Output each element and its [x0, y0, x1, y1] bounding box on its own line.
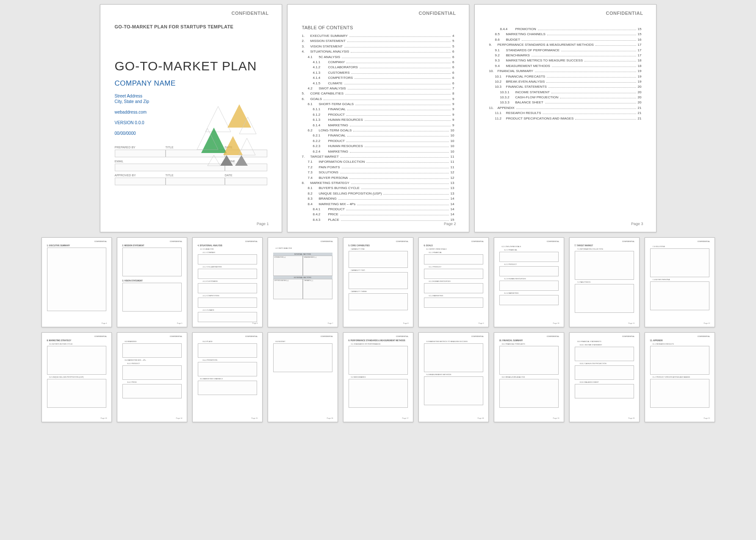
toc-entry: 6.2.3HUMAN RESOURCES10 [302, 144, 454, 149]
page-number: Page 2 [444, 222, 456, 226]
page-19: CONFIDENTIAL 10. FINANCIAL SUMMARY 10.1 … [494, 332, 564, 422]
toc-entry: 8.1BUYER'S BUYING CYCLE13 [302, 186, 454, 191]
toc-entry: 5.CORE CAPABILITIES8 [302, 91, 454, 96]
page-9: CONFIDENTIAL 6. GOALS 6.1 SHORT-TERM GOA… [418, 237, 489, 327]
toc-entry: 6.2.4MARKETING10 [302, 149, 454, 154]
page-13: CONFIDENTIAL 8. MARKETING STRATEGY 8.1 B… [42, 332, 112, 422]
cover-subtitle: GO-TO-MARKET PLAN FOR STARTUPS TEMPLATE [115, 24, 267, 29]
toc-entry: 3.VISION STATEMENT5 [302, 44, 454, 49]
page-15: CONFIDENTIAL 8.4.3 PLACE 8.4.4 PROMOTION… [192, 332, 263, 422]
toc-entry: 7.1INFORMATION COLLECTION11 [302, 159, 454, 164]
toc-page2-list: 1.EXECUTIVE SUMMARY42.MISSION STATEMENT5… [302, 33, 454, 223]
page-3-toc: CONFIDENTIAL 8.4.4PROMOTION158.5MARKETIN… [474, 4, 656, 232]
toc-entry: 6.1SHORT-TERM GOALS9 [302, 102, 454, 107]
toc-entry: 8.5MARKETING CHANNELS15 [489, 32, 642, 37]
svg-marker-8 [235, 155, 248, 166]
toc-entry: 6.GOALS9 [302, 97, 454, 102]
svg-marker-9 [208, 155, 220, 166]
toc-title: TABLE OF CONTENTS [302, 25, 454, 30]
page-20: CONFIDENTIAL 10.3 FINANCIAL STATEMENTS 1… [569, 332, 640, 422]
toc-entry: 6.1.4MARKETING9 [302, 123, 454, 128]
toc-entry: 8.2UNIQUE SELLING PROPOSITION (USP)13 [302, 191, 454, 196]
cover-street: Street Address [115, 94, 267, 98]
page-1-cover: CONFIDENTIAL GO-TO-MARKET PLAN FOR START… [100, 4, 282, 232]
row-thumbs-2: CONFIDENTIAL 8. MARKETING STRATEGY 8.1 B… [4, 332, 752, 422]
toc-entry: 6.2LONG-TERM GOALS10 [302, 128, 454, 133]
toc-entry: 10.3FINANCIAL STATEMENTS20 [489, 84, 642, 89]
page-2-toc: CONFIDENTIAL TABLE OF CONTENTS 1.EXECUTI… [287, 4, 469, 232]
confidential-label: CONFIDENTIAL [232, 11, 269, 16]
toc-entry: 4.1.1COMPANY6 [302, 60, 454, 65]
form-approved-by: APPROVED BY [115, 174, 166, 185]
toc-entry: 8.3BRANDING14 [302, 196, 454, 201]
form-title-2: TITLE [166, 174, 225, 185]
svg-marker-7 [220, 155, 233, 166]
page-7: CONFIDENTIAL 4.2 SWOT ANALYSIS INTERNAL … [268, 237, 338, 327]
page-4: CONFIDENTIAL 1. EXECUTIVE SUMMARY Page 4 [42, 237, 112, 327]
confidential-label: CONFIDENTIAL [419, 11, 456, 16]
toc-entry: 10.FINANCIAL SUMMARY19 [489, 69, 642, 74]
toc-entry: 8.4MARKETING MIX – 4Ps14 [302, 202, 454, 207]
toc-entry: 2.MISSION STATEMENT5 [302, 39, 454, 44]
toc-entry: 10.3.1INCOME STATEMENT20 [489, 90, 642, 95]
confidential-label: CONFIDENTIAL [606, 11, 643, 16]
row-thumbs-1: CONFIDENTIAL 1. EXECUTIVE SUMMARY Page 4… [4, 237, 752, 327]
toc-entry: 4.1.4COMPETITORS6 [302, 75, 454, 81]
toc-entry: 8.4.2PRICE14 [302, 212, 454, 217]
toc-entry: 10.2BREAK-EVEN ANALYSIS19 [489, 79, 642, 84]
svg-marker-0 [205, 106, 231, 132]
toc-entry: 9.1STANDARDS OF PERFORMANCE17 [489, 48, 642, 53]
toc-entry: 6.2.2PRODUCT10 [302, 139, 454, 144]
page-8: CONFIDENTIAL 5. CORE CAPABILITIES CAPABI… [343, 237, 413, 327]
cover-triangle-graphic [193, 102, 265, 174]
toc-entry: 9.PERFORMANCE STANDARDS & MEASUREMENT ME… [489, 42, 642, 47]
svg-marker-1 [227, 104, 251, 128]
toc-entry: 8.6BUDGET16 [489, 37, 642, 42]
page-14: CONFIDENTIAL 8.3 BRANDING 8.4 MARKETING … [117, 332, 187, 422]
toc-entry: 4.SITUATIONAL ANALYSIS6 [302, 49, 454, 54]
toc-entry: 9.3MARKETING METRICS TO MEASURE SUCCESS1… [489, 58, 642, 63]
page-21: CONFIDENTIAL 11. APPENDIX 11.1 RESEARCH … [645, 332, 715, 422]
toc-entry: 7.TARGET MARKET11 [302, 154, 454, 159]
toc-entry: 6.2.1FINANCIAL10 [302, 133, 454, 138]
toc-entry: 11.2PRODUCT SPECIFICATIONS AND IMAGES21 [489, 116, 642, 121]
toc-entry: 4.1.2COLLABORATORS6 [302, 65, 454, 70]
row-large-pages: CONFIDENTIAL GO-TO-MARKET PLAN FOR START… [4, 4, 752, 232]
toc-entry: 4.15C ANALYSIS6 [302, 55, 454, 60]
page-5: CONFIDENTIAL 2. MISSION STATEMENT 3. VIS… [117, 237, 187, 327]
page-number: Page 3 [631, 222, 643, 226]
page-11: CONFIDENTIAL 7. TARGET MARKET 7.1 INFORM… [569, 237, 640, 327]
toc-entry: 1.EXECUTIVE SUMMARY4 [302, 33, 454, 39]
toc-entry: 9.4MEASUREMENT METHODS18 [489, 64, 642, 69]
toc-entry: 8.MARKETING STRATEGY13 [302, 181, 454, 186]
toc-entry: 9.2BENCHMARKS17 [489, 53, 642, 58]
page-16: CONFIDENTIAL 8.6 BUDGET Page 16 [268, 332, 338, 422]
page-10: CONFIDENTIAL 6.2 LONG-TERM GOALS 6.2.1 F… [494, 237, 564, 327]
toc-entry: 7.3SOLUTIONS12 [302, 170, 454, 175]
toc-entry: 11.1RESEARCH RESULTS21 [489, 111, 642, 116]
toc-entry: 10.3.3BALANCE SHEET20 [489, 100, 642, 105]
toc-entry: 4.1.5CLIMATE6 [302, 81, 454, 86]
page-6: CONFIDENTIAL 4. SITUATIONAL ANALYSIS 4.1… [192, 237, 263, 327]
toc-entry: 4.1.3CUSTOMERS6 [302, 70, 454, 75]
toc-entry: 11.APPENDIX21 [489, 106, 642, 111]
svg-marker-3 [201, 128, 227, 153]
toc-entry: 6.1.2PRODUCT9 [302, 112, 454, 117]
toc-entry: 6.1.3HUMAN RESOURCES9 [302, 117, 454, 122]
page-12: CONFIDENTIAL 7.3 SOLUTIONS 7.4 BUYER PER… [645, 237, 715, 327]
form-prepared-by: PREPARED BY [115, 146, 166, 157]
page-17: CONFIDENTIAL 9. PERFORMANCE STANDARDS & … [343, 332, 413, 422]
page-18: CONFIDENTIAL 9.3 MARKETING METRICS TO ME… [418, 332, 489, 422]
toc-entry: 7.4BUYER PERSONA12 [302, 175, 454, 181]
toc-entry: 4.2SWOT ANALYSIS7 [302, 86, 454, 91]
toc-entry: 10.3.2CASH-FLOW PROJECTION20 [489, 95, 642, 100]
toc-entry: 7.2PAIN POINTS11 [302, 165, 454, 170]
toc-entry: 8.4.4PROMOTION15 [489, 27, 642, 32]
form-date-2: DATE [225, 174, 267, 185]
toc-entry: 8.4.1PRODUCT14 [302, 207, 454, 212]
cover-title: GO-TO-MARKET PLAN [115, 59, 267, 73]
toc-entry: 10.1FINANCIAL FORECASTS19 [489, 74, 642, 79]
toc-page3-list: 8.4.4PROMOTION158.5MARKETING CHANNELS158… [489, 27, 642, 121]
page-number: Page 1 [257, 222, 269, 226]
cover-company: COMPANY NAME [115, 79, 267, 88]
